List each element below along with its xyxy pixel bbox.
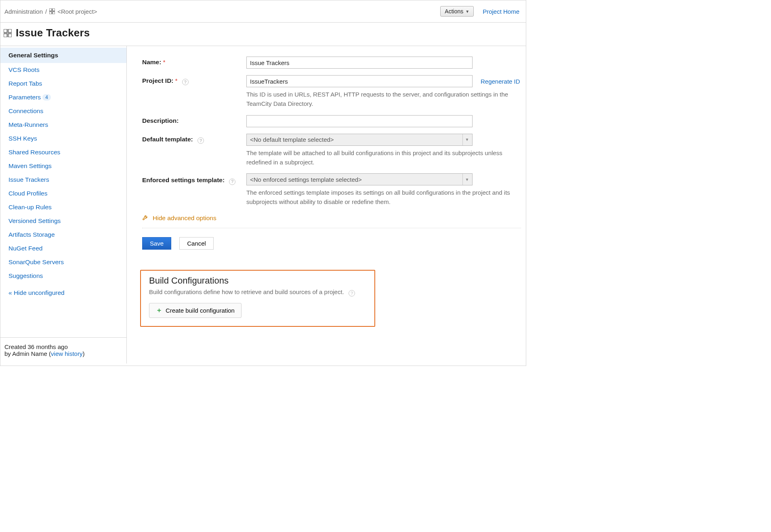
svg-rect-6 bbox=[4, 34, 7, 37]
sidebar-item-label: SSH Keys bbox=[8, 135, 37, 142]
project-id-label: Project ID:* ? bbox=[142, 75, 246, 85]
sidebar-item-label: VCS Roots bbox=[8, 66, 40, 73]
svg-rect-4 bbox=[4, 29, 7, 33]
sidebar-item-label: Meta-Runners bbox=[8, 121, 48, 128]
chevron-down-icon: ▼ bbox=[462, 174, 471, 185]
sidebar-item-cloud-profiles[interactable]: Cloud Profiles bbox=[0, 187, 126, 200]
sidebar-item-label: NuGet Feed bbox=[8, 245, 42, 252]
help-icon[interactable]: ? bbox=[197, 137, 204, 144]
svg-rect-0 bbox=[49, 8, 52, 11]
sidebar-item-label: Report Tabs bbox=[8, 80, 42, 87]
sidebar: General Settings VCS Roots Report Tabs P… bbox=[0, 46, 127, 364]
sidebar-item-report-tabs[interactable]: Report Tabs bbox=[0, 77, 126, 90]
sidebar-item-connections[interactable]: Connections bbox=[0, 104, 126, 118]
default-template-hint: The template will be attached to all bui… bbox=[246, 148, 521, 167]
regenerate-id-link[interactable]: Regenerate ID bbox=[481, 78, 520, 85]
build-configurations-description: Build configurations define how to retri… bbox=[149, 288, 344, 295]
enforced-template-label: Enforced settings template: ? bbox=[142, 173, 246, 185]
breadcrumb-root: <Root project> bbox=[57, 8, 97, 15]
build-configurations-section: Build Configurations Build configuration… bbox=[140, 270, 375, 327]
hide-unconfigured-link[interactable]: « Hide unconfigured bbox=[0, 285, 126, 301]
create-build-configuration-button[interactable]: ＋ Create build configuration bbox=[149, 303, 242, 318]
svg-rect-7 bbox=[8, 34, 12, 37]
created-by-suffix: ) bbox=[82, 350, 84, 357]
project-id-hint: This ID is used in URLs, REST API, HTTP … bbox=[246, 90, 521, 109]
cancel-button[interactable]: Cancel bbox=[179, 237, 214, 250]
help-icon[interactable]: ? bbox=[349, 290, 355, 296]
breadcrumb-admin-link[interactable]: Administration bbox=[4, 8, 43, 15]
page-title: Issue Trackers bbox=[16, 27, 90, 39]
chevron-down-icon: ▼ bbox=[462, 134, 471, 145]
default-template-label: Default template: ? bbox=[142, 134, 246, 144]
sidebar-item-maven-settings[interactable]: Maven Settings bbox=[0, 159, 126, 173]
chevron-down-icon: ▼ bbox=[465, 9, 469, 14]
advanced-toggle-label: Hide advanced options bbox=[153, 214, 216, 222]
sidebar-item-label: Suggestions bbox=[8, 272, 43, 279]
sidebar-footer: Created 36 months ago by Admin Name (vie… bbox=[0, 337, 126, 364]
created-by: by Admin Name ( bbox=[4, 350, 51, 357]
title-row: Issue Trackers bbox=[0, 23, 526, 46]
sidebar-item-sonarqube-servers[interactable]: SonarQube Servers bbox=[0, 255, 126, 269]
view-history-link[interactable]: view history bbox=[51, 350, 82, 357]
save-button[interactable]: Save bbox=[142, 237, 171, 250]
sidebar-item-suggestions[interactable]: Suggestions bbox=[0, 269, 126, 283]
created-info: Created 36 months ago bbox=[4, 343, 122, 350]
project-icon bbox=[4, 29, 12, 37]
sidebar-item-label: Versioned Settings bbox=[8, 217, 61, 224]
project-id-input[interactable] bbox=[246, 75, 473, 87]
sidebar-item-general-settings[interactable]: General Settings bbox=[0, 48, 126, 63]
help-icon[interactable]: ? bbox=[229, 179, 235, 185]
sidebar-item-label: Connections bbox=[8, 107, 43, 114]
actions-label: Actions bbox=[445, 8, 463, 15]
project-icon bbox=[49, 8, 55, 14]
default-template-select[interactable]: <No default template selected> ▼ bbox=[246, 134, 473, 146]
plus-icon: ＋ bbox=[156, 306, 162, 315]
build-configurations-title: Build Configurations bbox=[149, 275, 368, 286]
sidebar-item-label: Maven Settings bbox=[8, 162, 52, 169]
project-home-link[interactable]: Project Home bbox=[483, 8, 519, 15]
breadcrumb: Administration / <Root project> bbox=[4, 8, 97, 15]
actions-button[interactable]: Actions ▼ bbox=[440, 6, 474, 17]
help-icon[interactable]: ? bbox=[182, 79, 189, 85]
select-value: <No enforced settings template selected> bbox=[250, 176, 362, 183]
sidebar-item-label: SonarQube Servers bbox=[8, 259, 64, 265]
sidebar-item-versioned-settings[interactable]: Versioned Settings bbox=[0, 214, 126, 228]
sidebar-item-vcs-roots[interactable]: VCS Roots bbox=[0, 63, 126, 77]
name-input[interactable] bbox=[246, 57, 473, 69]
sidebar-item-label: Issue Trackers bbox=[8, 176, 49, 183]
svg-rect-5 bbox=[8, 29, 12, 33]
wrench-icon bbox=[142, 214, 149, 222]
sidebar-item-meta-runners[interactable]: Meta-Runners bbox=[0, 118, 126, 132]
sidebar-item-nuget-feed[interactable]: NuGet Feed bbox=[0, 242, 126, 255]
breadcrumb-separator: / bbox=[45, 8, 47, 15]
sidebar-item-artifacts-storage[interactable]: Artifacts Storage bbox=[0, 228, 126, 242]
enforced-template-hint: The enforced settings template imposes i… bbox=[246, 188, 521, 207]
svg-rect-3 bbox=[53, 12, 55, 14]
sidebar-item-label: Shared Resources bbox=[8, 149, 60, 156]
enforced-template-select[interactable]: <No enforced settings template selected>… bbox=[246, 173, 473, 185]
sidebar-item-label: General Settings bbox=[8, 52, 58, 59]
sidebar-item-label: Clean-up Rules bbox=[8, 204, 52, 210]
select-value: <No default template selected> bbox=[250, 136, 334, 143]
description-label: Description: bbox=[142, 115, 246, 124]
parameters-badge: 4 bbox=[42, 94, 51, 101]
header-bar: Administration / <Root project> Actions … bbox=[0, 0, 526, 23]
sidebar-item-parameters[interactable]: Parameters4 bbox=[0, 90, 126, 104]
description-input[interactable] bbox=[246, 115, 473, 127]
hide-advanced-options-link[interactable]: Hide advanced options bbox=[142, 214, 526, 222]
sidebar-item-label: Artifacts Storage bbox=[8, 231, 55, 238]
svg-rect-2 bbox=[49, 12, 52, 14]
svg-rect-1 bbox=[53, 8, 55, 11]
main-content: Name:* Project ID:* ? Regenerate ID This… bbox=[127, 46, 526, 364]
sidebar-item-issue-trackers[interactable]: Issue Trackers bbox=[0, 173, 126, 187]
create-build-config-label: Create build configuration bbox=[166, 307, 235, 314]
sidebar-item-label: Parameters bbox=[8, 94, 41, 101]
sidebar-item-clean-up-rules[interactable]: Clean-up Rules bbox=[0, 200, 126, 214]
sidebar-item-shared-resources[interactable]: Shared Resources bbox=[0, 145, 126, 159]
sidebar-item-label: Cloud Profiles bbox=[8, 190, 48, 197]
sidebar-item-ssh-keys[interactable]: SSH Keys bbox=[0, 132, 126, 145]
divider bbox=[142, 228, 521, 228]
name-label: Name:* bbox=[142, 57, 246, 66]
